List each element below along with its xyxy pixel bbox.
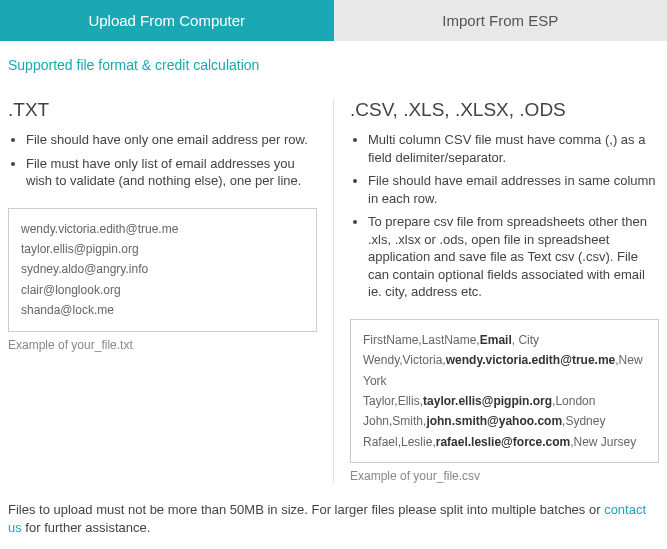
- csv-header: .CSV, .XLS, .XLSX, .ODS: [350, 99, 659, 121]
- csv-example-row: FirstName,LastName,Email, City: [363, 330, 646, 350]
- csv-bullet: Multi column CSV file must have comma (,…: [368, 131, 659, 166]
- csv-example-row: Rafael,Leslie,rafael.leslie@force.com,Ne…: [363, 432, 646, 452]
- csv-example-row: Taylor,Ellis,taylor.ellis@pigpin.org,Lon…: [363, 391, 646, 411]
- txt-bullet: File should have only one email address …: [26, 131, 317, 149]
- txt-example-box: wendy.victoria.edith@true.me taylor.elli…: [8, 208, 317, 332]
- csv-bullet: To prepare csv file from spreadsheets ot…: [368, 213, 659, 301]
- txt-header: .TXT: [8, 99, 317, 121]
- txt-example-line: shanda@lock.me: [21, 300, 304, 320]
- txt-example-line: taylor.ellis@pigpin.org: [21, 239, 304, 259]
- csv-bullet: File should have email addresses in same…: [368, 172, 659, 207]
- csv-column: .CSV, .XLS, .XLSX, .ODS Multi column CSV…: [333, 99, 659, 483]
- tab-upload-from-computer[interactable]: Upload From Computer: [0, 0, 334, 41]
- csv-example-box: FirstName,LastName,Email, City Wendy,Vic…: [350, 319, 659, 463]
- txt-example-caption: Example of your_file.txt: [8, 338, 317, 352]
- txt-example-line: clair@longlook.org: [21, 280, 304, 300]
- file-size-note: Files to upload must not be more than 50…: [8, 501, 659, 537]
- txt-column: .TXT File should have only one email add…: [8, 99, 317, 483]
- txt-example-line: sydney.aldo@angry.info: [21, 259, 304, 279]
- txt-bullet: File must have only list of email addres…: [26, 155, 317, 190]
- section-title: Supported file format & credit calculati…: [8, 49, 659, 81]
- tab-import-from-esp[interactable]: Import From ESP: [334, 0, 668, 41]
- csv-example-caption: Example of your_file.csv: [350, 469, 659, 483]
- csv-example-row: Wendy,Victoria,wendy.victoria.edith@true…: [363, 350, 646, 391]
- txt-example-line: wendy.victoria.edith@true.me: [21, 219, 304, 239]
- csv-example-row: John,Smith,john.smith@yahoo.com,Sydney: [363, 411, 646, 431]
- tabs: Upload From Computer Import From ESP: [0, 0, 667, 41]
